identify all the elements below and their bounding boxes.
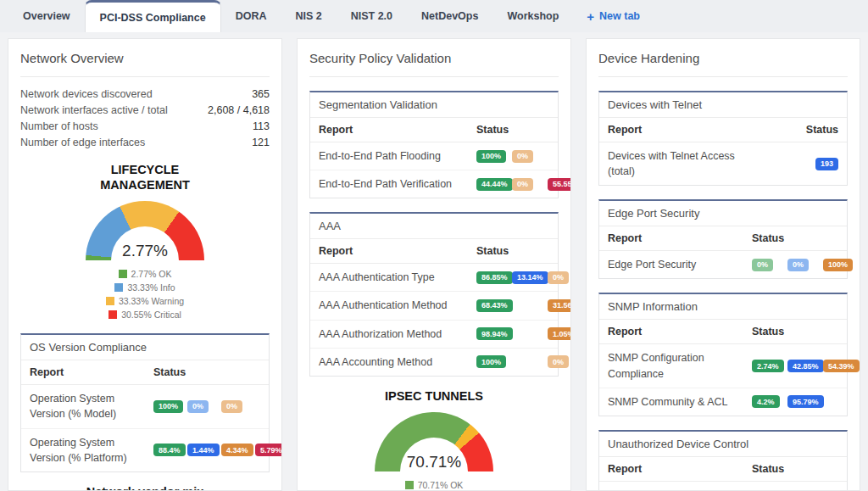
panel-title: Network Overview bbox=[20, 51, 270, 77]
stats-list: Network devices discovered365Network int… bbox=[20, 86, 270, 150]
table-row[interactable]: End-to-End Path Flooding100%0% bbox=[310, 142, 558, 170]
table-title: OS Version Compliance bbox=[21, 335, 269, 360]
stat-value: 121 bbox=[252, 137, 270, 148]
table-title: Edge Port Security bbox=[599, 201, 847, 226]
table-row[interactable]: AAA Authentication Type86.85%13.14%0%0% bbox=[310, 264, 558, 292]
column-header-report: Report bbox=[319, 245, 476, 257]
chart-title: IPSEC TUNNELS bbox=[362, 388, 506, 404]
stat-value: 365 bbox=[252, 88, 270, 100]
table-row[interactable]: Operating System Version (% Platform)88.… bbox=[21, 429, 269, 471]
status-badge: 0% bbox=[548, 271, 569, 284]
legend-label: 2.77% OK bbox=[131, 269, 172, 279]
legend-item: 30.55% Critical bbox=[20, 310, 270, 320]
report-label: AAA Authentication Type bbox=[319, 270, 476, 285]
status-badge: 0% bbox=[787, 259, 809, 271]
tab-bar: OverviewPCI-DSS ComplianceDORANIS 2NIST … bbox=[0, 0, 868, 32]
report-label: DHCP Snooping Enabled VLANs bbox=[608, 488, 752, 491]
stat-value: 2,608 / 4,618 bbox=[208, 104, 270, 116]
status-badge: 0% bbox=[752, 259, 773, 271]
edge-port-table: Edge Port SecurityReportStatusEdge Port … bbox=[598, 199, 848, 279]
table-row[interactable]: Edge Port Security0%0%100% bbox=[599, 251, 847, 278]
gauge-arc: 70.71% bbox=[375, 412, 493, 471]
legend-item: 2.77% OK bbox=[20, 269, 270, 279]
legend-item: 33.33% Warning bbox=[20, 296, 270, 306]
table-title: Unauthorized Device Control bbox=[599, 432, 847, 457]
status-badge: 42.85% bbox=[787, 360, 824, 372]
status-badge: 0% bbox=[187, 400, 209, 413]
table-row[interactable]: AAA Authorization Method98.94%1.05% bbox=[310, 321, 558, 349]
vendor-pie-chart: Network vendor mix bbox=[20, 484, 270, 491]
stat-row: Network interfaces active / total2,608 /… bbox=[20, 102, 270, 118]
column-header-status: Status bbox=[752, 326, 784, 338]
panel-title: Device Hardening bbox=[598, 51, 848, 77]
tab-nist-2-0[interactable]: NIST 2.0 bbox=[337, 0, 407, 32]
table-header-row: ReportStatus bbox=[310, 118, 558, 142]
tab-overview[interactable]: Overview bbox=[8, 0, 85, 32]
table-row[interactable]: DHCP Snooping Enabled VLANs83.33%16.66% bbox=[599, 482, 847, 491]
chart-title: LIFECYCLE MANAGEMENT bbox=[73, 162, 217, 192]
plus-icon: + bbox=[587, 10, 594, 23]
table-row[interactable]: AAA Accounting Method100%0% bbox=[310, 349, 558, 376]
tab-nis-2[interactable]: NIS 2 bbox=[281, 0, 336, 32]
network-overview-panel: Network Overview Network devices discove… bbox=[8, 38, 282, 491]
stat-row: Number of edge interfaces121 bbox=[20, 134, 270, 150]
column-header-status: Status bbox=[476, 245, 509, 257]
table-row[interactable]: SNMP Configuration Compliance2.74%42.85%… bbox=[599, 344, 847, 388]
report-label: Operating System Version (% Platform) bbox=[30, 435, 153, 466]
table-title: AAA bbox=[310, 214, 558, 239]
status-badge: 100% bbox=[476, 355, 506, 368]
column-header-report: Report bbox=[608, 232, 752, 244]
os-version-table: OS Version ComplianceReportStatusOperati… bbox=[20, 333, 270, 472]
tab-list: OverviewPCI-DSS ComplianceDORANIS 2NIST … bbox=[8, 0, 573, 32]
table-row[interactable]: End-to-End Path Verification44.44%0%55.5… bbox=[310, 170, 558, 198]
gauge-legend: 2.77% OK33.33% Info33.33% Warning30.55% … bbox=[20, 269, 270, 320]
stat-label: Network interfaces active / total bbox=[20, 104, 168, 116]
status-badge: 88.4% bbox=[153, 444, 186, 456]
column-header-status: Status bbox=[752, 232, 784, 244]
table-title: Segmentation Validation bbox=[310, 92, 558, 118]
stat-label: Number of edge interfaces bbox=[20, 137, 145, 148]
table-row[interactable]: Devices with Telnet Access (total)193 bbox=[599, 142, 847, 185]
status-badges: 44.44%0%55.55% bbox=[476, 178, 571, 191]
table-row[interactable]: SNMP Community & ACL4.2%95.79% bbox=[599, 388, 847, 416]
table-row[interactable]: AAA Authentication Method68.43%31.56% bbox=[310, 292, 558, 320]
column-header-report: Report bbox=[30, 366, 153, 378]
gauge-center-value: 2.77% bbox=[86, 242, 204, 260]
tab-netdevops[interactable]: NetDevOps bbox=[407, 0, 492, 32]
tab-workshop[interactable]: Workshop bbox=[492, 0, 573, 32]
report-label: AAA Authorization Method bbox=[319, 326, 476, 342]
status-badge: 0% bbox=[512, 178, 533, 191]
status-badge: 100% bbox=[476, 150, 506, 163]
column-header-report: Report bbox=[319, 124, 476, 136]
legend-swatch bbox=[114, 283, 123, 292]
legend-label: 30.55% Critical bbox=[121, 310, 181, 320]
status-badges: 100%0%0% bbox=[153, 400, 282, 413]
security-policy-panel: Security Policy Validation Segmentation … bbox=[297, 38, 571, 491]
legend-item: 70.71% OK bbox=[309, 480, 559, 490]
status-badge: 86.85% bbox=[476, 271, 513, 284]
gauge-center-value: 70.71% bbox=[375, 453, 493, 471]
gauge-legend: 70.71% OK6.66% Warning22.61% Critical bbox=[309, 480, 559, 491]
report-label: AAA Authentication Method bbox=[319, 298, 476, 313]
table-header-row: ReportStatus bbox=[599, 457, 847, 482]
stat-value: 113 bbox=[253, 120, 270, 132]
column-header-report: Report bbox=[608, 124, 752, 136]
ipsec-gauge: IPSEC TUNNELS 70.71% 70.71% OK6.66% Warn… bbox=[309, 388, 559, 491]
status-badge: 4.34% bbox=[221, 444, 253, 456]
report-label: Edge Port Security bbox=[608, 257, 752, 272]
stat-label: Network devices discovered bbox=[20, 88, 153, 100]
status-badge: 98.94% bbox=[476, 327, 513, 340]
new-tab-button[interactable]: + New tab bbox=[573, 0, 654, 32]
status-badges: 68.43%31.56% bbox=[476, 299, 571, 312]
snmp-table: SNMP InformationReportStatusSNMP Configu… bbox=[598, 293, 848, 416]
tab-pci-dss-compliance[interactable]: PCI-DSS Compliance bbox=[85, 0, 221, 32]
status-badges: 0%0%100% bbox=[752, 259, 860, 271]
status-badge: 95.79% bbox=[787, 395, 824, 408]
tab-dora[interactable]: DORA bbox=[221, 0, 281, 32]
table-header-row: ReportStatus bbox=[310, 239, 558, 264]
status-badges: 98.94%1.05% bbox=[476, 327, 571, 340]
table-row[interactable]: Operation System Version (% Model)100%0%… bbox=[21, 385, 269, 428]
table-header-row: ReportStatus bbox=[599, 118, 847, 142]
column-header-report: Report bbox=[608, 326, 752, 338]
status-badges: 193 bbox=[752, 158, 838, 170]
